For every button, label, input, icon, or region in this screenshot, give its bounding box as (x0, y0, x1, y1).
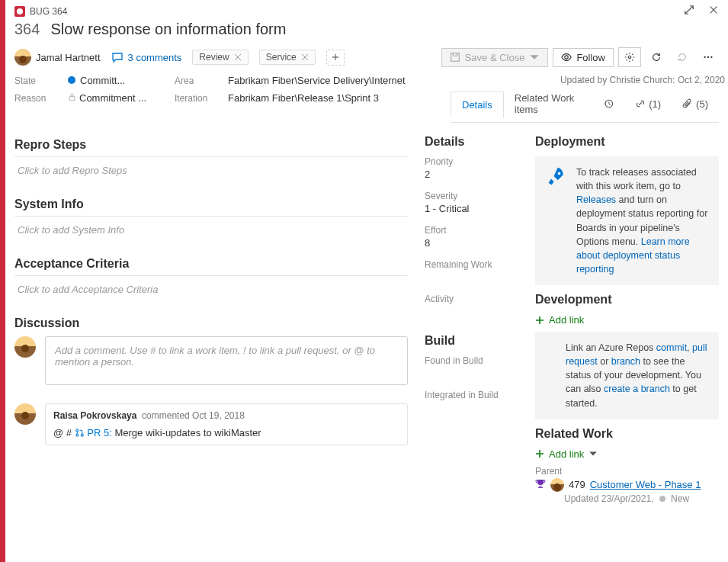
reason-label: Reason (14, 93, 60, 104)
svg-point-4 (707, 56, 709, 58)
sysinfo-heading: System Info (14, 198, 408, 211)
iteration-value[interactable]: Fabrikam Fiber\Release 1\Sprint 3 (228, 92, 441, 104)
create-branch-link[interactable]: create a branch (604, 384, 670, 394)
comment-date: commented Oct 19, 2018 (142, 410, 245, 421)
discussion-heading: Discussion (14, 316, 408, 330)
svg-point-8 (75, 429, 78, 432)
add-tag-button[interactable] (326, 50, 345, 66)
remaining-label: Remaining Work (425, 259, 532, 270)
effort-label: Effort (425, 225, 532, 236)
trophy-icon (535, 478, 546, 491)
rocket-icon (546, 165, 567, 187)
acceptance-heading: Acceptance Criteria (14, 257, 408, 271)
tab-related[interactable]: Related Work items (504, 85, 592, 122)
bug-label: BUG 364 (30, 6, 67, 17)
found-build-label: Found in Build (425, 355, 532, 366)
priority-label: Priority (425, 156, 532, 167)
branch-link[interactable]: branch (611, 356, 640, 367)
tab-attachments[interactable]: (5) (672, 92, 719, 117)
work-item-id: 364 (14, 21, 40, 38)
comment-body: @ # PR 5: Merge wiki-updates to wikiMast… (53, 427, 399, 438)
state-label: State (14, 75, 60, 86)
reason-value[interactable]: Commitment ... (68, 92, 167, 104)
iteration-label: Iteration (175, 93, 220, 104)
svg-point-1 (565, 56, 568, 59)
commit-link[interactable]: commit (656, 342, 687, 353)
svg-point-2 (628, 56, 631, 59)
refresh-button[interactable] (646, 48, 667, 66)
pr-chip[interactable]: PR 5: (75, 427, 115, 438)
chevron-down-icon (588, 449, 598, 458)
close-icon[interactable] (708, 5, 719, 18)
parent-state: New (671, 493, 689, 504)
avatar (14, 403, 36, 425)
releases-link[interactable]: Releases (576, 194, 616, 205)
state-dot-icon (68, 76, 75, 84)
state-dot-icon (659, 496, 665, 502)
tag-review[interactable]: Review (192, 50, 248, 65)
avatar (14, 336, 36, 358)
parent-id: 479 (569, 479, 585, 490)
parent-updated: Updated 23/Apr/2021, (564, 493, 653, 504)
parent-link[interactable]: Customer Web - Phase 1 (590, 479, 701, 490)
repro-heading: Repro Steps (14, 138, 408, 152)
comment-input[interactable]: Add a comment. Use # to link a work item… (45, 336, 408, 385)
development-heading: Development (535, 293, 719, 307)
deployment-heading: Deployment (535, 135, 719, 149)
lock-icon (68, 93, 76, 101)
development-hint: Link an Azure Repos commit, pull request… (535, 332, 719, 419)
svg-point-3 (704, 56, 705, 58)
tab-history[interactable] (592, 92, 624, 117)
details-heading: Details (425, 135, 532, 149)
svg-rect-0 (451, 53, 459, 62)
acceptance-placeholder[interactable]: Click to add Acceptance Criteria (14, 281, 408, 306)
avatar (14, 49, 31, 66)
assignee[interactable]: Jamal Hartnett (14, 49, 101, 66)
add-dev-link[interactable]: Add link (535, 314, 719, 326)
open-full-icon[interactable] (684, 5, 694, 18)
svg-point-5 (710, 56, 712, 58)
integrated-build-label: Integrated in Build (425, 390, 532, 400)
svg-point-9 (75, 434, 78, 436)
area-label: Area (175, 75, 220, 86)
activity-label: Activity (425, 294, 532, 304)
save-close-button[interactable]: Save & Close (441, 48, 549, 67)
comment-author: Raisa Pokrovskaya (53, 410, 136, 421)
severity-value[interactable]: 1 - Critical (425, 201, 532, 217)
sysinfo-placeholder[interactable]: Click to add System Info (14, 221, 408, 246)
undo-button[interactable] (672, 48, 693, 66)
svg-rect-6 (69, 97, 74, 101)
svg-point-11 (558, 172, 561, 175)
work-item-title[interactable]: Slow response on information form (50, 21, 286, 38)
priority-value[interactable]: 2 (425, 167, 532, 183)
bug-icon (14, 6, 25, 17)
severity-label: Severity (425, 191, 532, 201)
follow-button[interactable]: Follow (553, 48, 614, 67)
tab-links[interactable]: (1) (624, 92, 672, 117)
effort-value[interactable]: 8 (425, 236, 532, 252)
tab-details[interactable]: Details (451, 92, 504, 118)
updated-text: Updated by Christie Church: Oct 2, 2020 (451, 75, 728, 85)
repro-placeholder[interactable]: Click to add Repro Steps (14, 162, 408, 187)
svg-point-10 (81, 434, 83, 436)
more-actions-button[interactable] (698, 48, 719, 66)
add-related-link[interactable]: Add link (535, 448, 719, 460)
area-value[interactable]: Fabrikam Fiber\Service Delivery\Internet (228, 75, 441, 86)
parent-label: Parent (535, 466, 719, 477)
comments-link[interactable]: 3 comments (111, 51, 182, 63)
tag-service[interactable]: Service (259, 50, 316, 65)
settings-button[interactable] (618, 47, 641, 67)
state-value[interactable]: Committ... (68, 75, 167, 86)
build-heading: Build (425, 334, 532, 348)
deployment-hint: To track releases associated with this w… (535, 156, 719, 285)
avatar (550, 478, 564, 492)
comment-card: Raisa Pokrovskaya commented Oct 19, 2018… (45, 403, 408, 445)
related-work-heading: Related Work (535, 427, 719, 441)
